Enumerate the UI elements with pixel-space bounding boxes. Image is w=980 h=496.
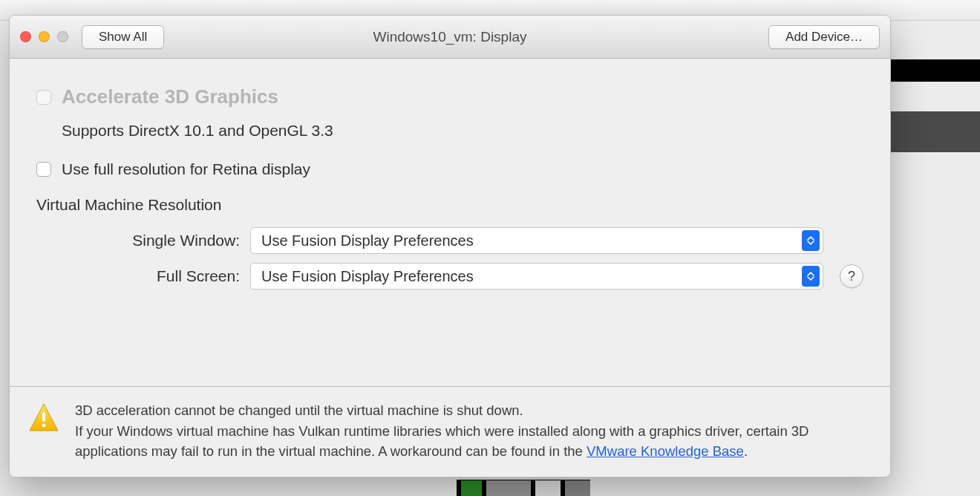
help-button[interactable]: ? <box>840 264 863 288</box>
svg-rect-0 <box>42 412 45 422</box>
accelerate-3d-label: Accelerate 3D Graphics <box>62 85 278 108</box>
background-thumbnail <box>457 480 590 496</box>
svg-point-1 <box>42 423 46 427</box>
show-all-label: Show All <box>99 30 147 45</box>
footer-line2b: . <box>744 443 748 459</box>
vm-resolution-form: Single Window: Use Fusion Display Prefer… <box>36 227 863 290</box>
background-dark-strip <box>891 59 980 82</box>
full-screen-select[interactable]: Use Fusion Display Preferences <box>250 263 823 290</box>
traffic-lights <box>20 31 68 42</box>
retina-row: Use full resolution for Retina display <box>36 160 863 178</box>
retina-checkbox[interactable] <box>36 162 51 177</box>
warning-icon <box>27 402 60 434</box>
accelerate-3d-checkbox <box>36 90 51 105</box>
settings-window: Show All Windows10_vm: Display Add Devic… <box>9 15 891 477</box>
full-screen-label: Full Screen: <box>54 267 240 285</box>
kb-link[interactable]: VMware Knowledge Base <box>587 443 744 459</box>
show-all-button[interactable]: Show All <box>82 25 164 49</box>
minimize-icon[interactable] <box>39 31 50 42</box>
vm-resolution-heading: Virtual Machine Resolution <box>36 196 863 214</box>
zoom-icon <box>57 31 68 42</box>
chevron-up-down-icon <box>802 230 820 251</box>
single-window-label: Single Window: <box>54 232 240 249</box>
single-window-row: Single Window: Use Fusion Display Prefer… <box>54 227 863 254</box>
add-device-label: Add Device… <box>785 30 863 45</box>
footer-line1: 3D acceleration cannot be changed until … <box>75 402 523 418</box>
accelerate-3d-support-text: Supports DirectX 10.1 and OpenGL 3.3 <box>62 122 863 140</box>
add-device-button[interactable]: Add Device… <box>768 25 880 49</box>
titlebar: Show All Windows10_vm: Display Add Devic… <box>10 16 890 59</box>
single-window-value: Use Fusion Display Preferences <box>261 232 474 249</box>
footer-text: 3D acceleration cannot be changed until … <box>75 400 872 462</box>
single-window-select[interactable]: Use Fusion Display Preferences <box>250 227 823 254</box>
full-screen-value: Use Fusion Display Preferences <box>261 268 474 285</box>
full-screen-row: Full Screen: Use Fusion Display Preferen… <box>54 263 863 290</box>
settings-body: Accelerate 3D Graphics Supports DirectX … <box>10 59 890 386</box>
help-icon: ? <box>848 269 855 284</box>
retina-label: Use full resolution for Retina display <box>62 160 310 178</box>
close-icon[interactable] <box>20 31 31 42</box>
background-dark-strip-2 <box>891 111 980 152</box>
footer: 3D acceleration cannot be changed until … <box>10 386 890 477</box>
accelerate-3d-row: Accelerate 3D Graphics <box>36 85 863 108</box>
chevron-up-down-icon <box>802 266 820 287</box>
